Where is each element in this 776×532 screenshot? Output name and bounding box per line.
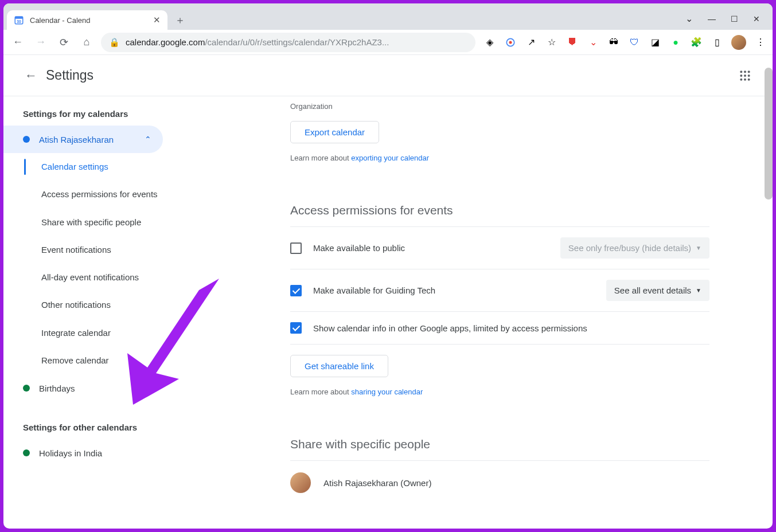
dropdown-org-visibility[interactable]: See all event details▼ — [606, 280, 709, 301]
share-person-name: Atish Rajasekharan (Owner) — [323, 478, 431, 488]
subnav-event-notifications[interactable]: Event notifications — [28, 236, 176, 264]
chrome-menu-icon[interactable]: ⋮ — [754, 36, 767, 49]
permission-org-label: Make available for Guiding Tech — [313, 285, 435, 295]
subnav-remove-calendar[interactable]: Remove calendar — [28, 347, 176, 374]
ublock-icon[interactable]: ⛊ — [566, 36, 579, 49]
extension-icon-2[interactable]: 🕶 — [607, 36, 620, 49]
chevron-down-icon[interactable]: ⌄ — [685, 13, 693, 24]
sidebar-section-my-calendars: Settings for my calendars — [3, 104, 176, 126]
subnav-calendar-settings[interactable]: Calendar settings — [28, 153, 176, 181]
settings-sidebar: Settings for my calendars Atish Rajasekh… — [3, 96, 176, 529]
calendar-favicon-icon: 30 — [14, 15, 24, 25]
page-title: Settings — [46, 68, 93, 83]
browser-tab[interactable]: 30 Calendar - Calend ✕ — [7, 10, 167, 30]
subnav-other-notifications[interactable]: Other notifications — [28, 291, 176, 319]
home-button[interactable]: ⌂ — [78, 34, 95, 51]
extension-icon-4[interactable]: ● — [669, 36, 682, 49]
browser-toolbar: ← → ⟳ ⌂ 🔒 calendar.google.com/calendar/u… — [3, 30, 773, 55]
permission-apps-row: Show calendar info in other Google apps,… — [290, 311, 709, 345]
svg-point-8 — [740, 75, 742, 77]
extension-icon-3[interactable]: ◪ — [649, 36, 661, 49]
svg-point-5 — [740, 71, 742, 73]
subnav-allday-notifications[interactable]: All-day event notifications — [28, 264, 176, 291]
extensions-puzzle-icon[interactable]: 🧩 — [690, 36, 703, 49]
get-shareable-link-button[interactable]: Get shareable link — [290, 355, 388, 377]
bitwarden-icon[interactable]: 🛡 — [628, 36, 641, 49]
tab-title: Calendar - Calend — [30, 16, 147, 25]
minimize-button[interactable]: — — [708, 14, 716, 24]
extension-icon[interactable]: ◈ — [483, 36, 496, 49]
permission-apps-label: Show calendar info in other Google apps,… — [313, 323, 587, 333]
calendar-color-dot — [23, 385, 30, 392]
learn-more-export: Learn more about exporting your calendar — [290, 154, 709, 162]
chevron-up-icon[interactable]: ⌃ — [145, 135, 151, 144]
side-panel-icon[interactable]: ▯ — [711, 36, 723, 49]
close-tab-icon[interactable]: ✕ — [153, 15, 161, 25]
svg-point-13 — [748, 78, 750, 80]
permission-public-row: Make available to public See only free/b… — [290, 226, 709, 269]
checkbox-apps[interactable] — [290, 322, 302, 334]
svg-point-7 — [748, 71, 750, 73]
svg-point-6 — [744, 71, 746, 73]
svg-point-12 — [744, 78, 746, 80]
reload-button[interactable]: ⟳ — [55, 34, 72, 51]
google-lens-icon[interactable] — [504, 36, 517, 49]
avatar-icon — [290, 472, 311, 493]
permission-org-row: Make available for Guiding Tech See all … — [290, 269, 709, 311]
dropdown-arrow-icon: ▼ — [696, 287, 701, 294]
subnav-integrate-calendar[interactable]: Integrate calendar — [28, 319, 176, 347]
subnav-share-people[interactable]: Share with specific people — [28, 209, 176, 236]
google-apps-icon[interactable] — [734, 64, 756, 87]
svg-point-11 — [740, 78, 742, 80]
svg-point-4 — [509, 41, 512, 44]
sidebar-section-other-calendars: Settings for other calendars — [3, 418, 176, 439]
sharing-calendar-link[interactable]: sharing your calendar — [351, 388, 423, 396]
sidebar-subnav: Calendar settings Access permissions for… — [26, 153, 176, 374]
calendar-color-dot — [23, 136, 30, 143]
calendar-color-dot — [23, 449, 30, 456]
back-button[interactable]: ← — [9, 34, 26, 51]
forward-button: → — [32, 34, 49, 51]
svg-text:30: 30 — [17, 19, 21, 24]
address-bar[interactable]: 🔒 calendar.google.com/calendar/u/0/r/set… — [101, 33, 475, 52]
bookmark-icon[interactable]: ☆ — [545, 36, 558, 49]
organization-label: Organization — [290, 102, 709, 111]
permission-public-label: Make available to public — [313, 243, 405, 253]
share-person-row: Atish Rajasekharan (Owner) — [290, 461, 709, 493]
exporting-calendar-link[interactable]: exporting your calendar — [351, 154, 429, 162]
dropdown-public-visibility: See only free/busy (hide details)▼ — [560, 237, 709, 259]
sidebar-calendar-primary[interactable]: Atish Rajasekharan ⌃ — [3, 126, 163, 153]
svg-point-9 — [744, 75, 746, 77]
sidebar-calendar-label: Birthdays — [39, 384, 75, 393]
svg-point-10 — [748, 75, 750, 77]
lock-icon: 🔒 — [109, 37, 120, 48]
new-tab-button[interactable]: ＋ — [172, 12, 188, 28]
settings-back-button[interactable]: ← — [20, 64, 42, 87]
sidebar-calendar-holidays[interactable]: Holidays in India — [3, 439, 163, 467]
checkbox-org[interactable] — [290, 285, 302, 296]
window-controls: ⌄ — ☐ ✕ — [685, 13, 767, 30]
scrollbar-thumb[interactable] — [765, 68, 773, 200]
sidebar-calendar-label: Atish Rajasekharan — [39, 135, 114, 144]
learn-more-sharing: Learn more about sharing your calendar — [290, 388, 709, 396]
subnav-access-permissions[interactable]: Access permissions for events — [28, 181, 176, 208]
export-calendar-button[interactable]: Export calendar — [290, 121, 379, 143]
settings-header: ← Settings — [3, 55, 773, 96]
close-window-button[interactable]: ✕ — [753, 14, 760, 24]
url-text: calendar.google.com/calendar/u/0/r/setti… — [126, 37, 389, 47]
extension-row: ◈ ↗ ☆ ⛊ ⌄ 🕶 🛡 ◪ ● 🧩 ▯ ⋮ — [481, 35, 767, 50]
profile-avatar-icon[interactable] — [731, 35, 746, 50]
browser-tab-strip: 30 Calendar - Calend ✕ ＋ ⌄ — ☐ ✕ — [3, 3, 773, 30]
sidebar-calendar-label: Holidays in India — [39, 448, 102, 458]
svg-rect-1 — [15, 17, 23, 19]
sidebar-calendar-birthdays[interactable]: Birthdays — [3, 374, 163, 402]
settings-main: Organization Export calendar Learn more … — [176, 96, 773, 529]
maximize-button[interactable]: ☐ — [731, 14, 738, 24]
pocket-icon[interactable]: ⌄ — [587, 36, 599, 49]
share-icon[interactable]: ↗ — [525, 36, 537, 49]
checkbox-public[interactable] — [290, 242, 302, 254]
access-permissions-title: Access permissions for events — [290, 204, 709, 217]
share-people-title: Share with specific people — [290, 437, 709, 451]
dropdown-arrow-icon: ▼ — [696, 245, 701, 251]
